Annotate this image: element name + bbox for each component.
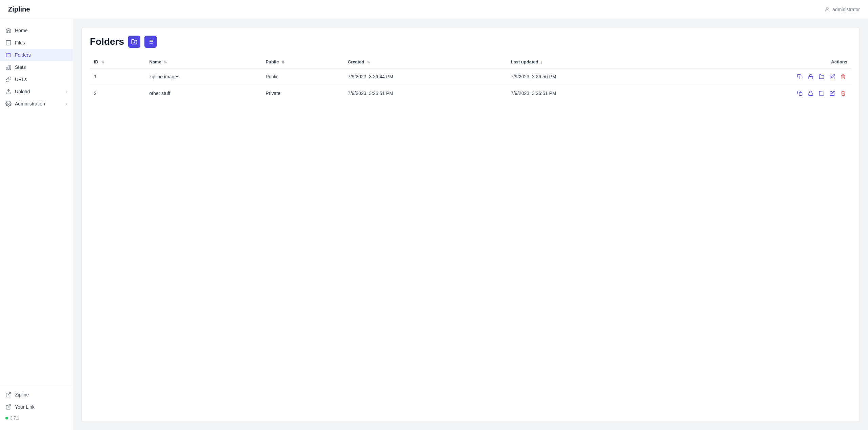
- sidebar-label-files: Files: [15, 40, 25, 45]
- stats-icon: [5, 64, 12, 70]
- name-sort-icon: ⇅: [164, 60, 167, 64]
- cell-name: zipline images: [145, 68, 261, 85]
- svg-rect-4: [10, 65, 11, 70]
- upload-icon: [5, 89, 12, 95]
- edit-icon[interactable]: [828, 89, 836, 97]
- folders-icon: [5, 52, 12, 58]
- table-body: 1 zipline images Public 7/9/2023, 3:26:4…: [90, 68, 851, 101]
- your-link-external-icon: [5, 404, 12, 410]
- svg-line-8: [8, 405, 11, 407]
- sidebar-label-administration: Administration: [15, 101, 45, 106]
- cell-created: 7/9/2023, 3:26:51 PM: [344, 85, 507, 102]
- cell-created: 7/9/2023, 3:26:44 PM: [344, 68, 507, 85]
- urls-icon: [5, 76, 12, 82]
- table-row: 1 zipline images Public 7/9/2023, 3:26:4…: [90, 68, 851, 85]
- open-folder-icon[interactable]: [817, 89, 826, 97]
- copy-icon[interactable]: [796, 89, 804, 97]
- svg-line-7: [8, 392, 11, 395]
- cell-last-updated: 7/9/2023, 3:26:51 PM: [507, 85, 670, 102]
- folders-header: Folders: [90, 36, 851, 48]
- main-content: Folders: [73, 19, 868, 430]
- sidebar-item-administration[interactable]: Administration ›: [0, 98, 73, 110]
- table-header: ID ⇅ Name ⇅ Public ⇅ Created: [90, 56, 851, 68]
- cell-actions: [670, 68, 851, 85]
- lock-icon[interactable]: [807, 89, 815, 97]
- cell-last-updated: 7/9/2023, 3:26:56 PM: [507, 68, 670, 85]
- sidebar-item-home[interactable]: Home: [0, 24, 73, 37]
- sidebar-item-urls[interactable]: URLs: [0, 73, 73, 85]
- svg-point-6: [8, 103, 9, 105]
- sidebar-bottom: Zipline Your Link 3.7.1: [0, 386, 73, 426]
- delete-icon[interactable]: [839, 89, 847, 97]
- svg-rect-17: [799, 76, 802, 79]
- open-folder-icon[interactable]: [817, 73, 826, 81]
- public-sort-icon: ⇅: [281, 60, 284, 64]
- created-sort-icon: ⇅: [367, 60, 370, 64]
- folders-card: Folders: [81, 27, 860, 422]
- cell-public: Private: [261, 85, 343, 102]
- col-public[interactable]: Public ⇅: [261, 56, 343, 68]
- sidebar-item-upload[interactable]: Upload ›: [0, 85, 73, 98]
- page-title: Folders: [90, 36, 124, 47]
- sidebar-item-zipline[interactable]: Zipline: [0, 389, 73, 401]
- sidebar-label-home: Home: [15, 28, 27, 33]
- svg-rect-18: [809, 76, 813, 79]
- id-sort-icon: ⇅: [101, 60, 104, 64]
- version-bar: 3.7.1: [0, 413, 73, 423]
- svg-point-0: [826, 7, 828, 9]
- folders-table: ID ⇅ Name ⇅ Public ⇅ Created: [90, 56, 851, 101]
- svg-rect-20: [809, 93, 813, 95]
- home-icon: [5, 27, 12, 34]
- sidebar-label-your-link: Your Link: [15, 404, 35, 410]
- list-view-button[interactable]: [144, 36, 157, 48]
- user-menu[interactable]: administrator: [824, 6, 860, 13]
- sidebar-item-stats[interactable]: Stats: [0, 61, 73, 73]
- admin-icon: [5, 101, 12, 107]
- last-updated-sort-icon: ↓: [541, 60, 543, 64]
- files-icon: [5, 40, 12, 46]
- cell-name: other stuff: [145, 85, 261, 102]
- col-actions: Actions: [670, 56, 851, 68]
- version-dot: [5, 417, 8, 419]
- cell-public: Public: [261, 68, 343, 85]
- cell-id: 2: [90, 85, 145, 102]
- col-created[interactable]: Created ⇅: [344, 56, 507, 68]
- zipline-external-icon: [5, 392, 12, 398]
- col-name[interactable]: Name ⇅: [145, 56, 261, 68]
- sidebar-label-urls: URLs: [15, 77, 27, 82]
- sidebar-label-folders: Folders: [15, 52, 31, 58]
- cell-actions: [670, 85, 851, 102]
- new-folder-button[interactable]: [128, 36, 140, 48]
- table-row: 2 other stuff Private 7/9/2023, 3:26:51 …: [90, 85, 851, 102]
- admin-chevron: ›: [66, 101, 67, 106]
- upload-chevron: ›: [66, 89, 67, 94]
- version-label: 3.7.1: [10, 416, 19, 421]
- sidebar-item-files[interactable]: Files: [0, 37, 73, 49]
- sidebar-label-zipline: Zipline: [15, 392, 29, 397]
- sidebar: Home Files Folders: [0, 19, 73, 430]
- user-icon: [824, 6, 830, 13]
- sidebar-item-your-link[interactable]: Your Link: [0, 401, 73, 413]
- delete-icon[interactable]: [839, 73, 847, 81]
- cell-id: 1: [90, 68, 145, 85]
- svg-rect-2: [6, 67, 7, 70]
- app-logo: Zipline: [8, 5, 30, 13]
- sidebar-nav: Home Files Folders: [0, 23, 73, 386]
- sidebar-label-upload: Upload: [15, 89, 30, 94]
- layout: Home Files Folders: [0, 19, 868, 430]
- username-label: administrator: [832, 7, 860, 12]
- col-id[interactable]: ID ⇅: [90, 56, 145, 68]
- copy-icon[interactable]: [796, 73, 804, 81]
- svg-rect-3: [8, 66, 9, 70]
- lock-icon[interactable]: [807, 73, 815, 81]
- svg-rect-19: [799, 93, 802, 96]
- header: Zipline administrator: [0, 0, 868, 19]
- sidebar-label-stats: Stats: [15, 64, 26, 70]
- sidebar-item-folders[interactable]: Folders: [0, 49, 73, 61]
- edit-icon[interactable]: [828, 73, 836, 81]
- col-last-updated[interactable]: Last updated ↓: [507, 56, 670, 68]
